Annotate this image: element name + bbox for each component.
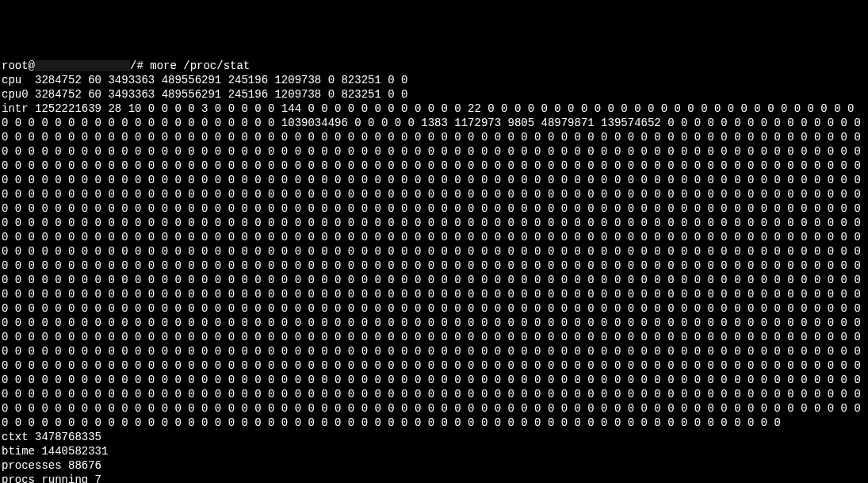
- output-intr-line: intr 1252221639 28 10 0 0 0 0 3 0 0 0 0 …: [2, 102, 867, 429]
- output-cpu-line: cpu 3284752 60 3493363 489556291 245196 …: [2, 74, 407, 86]
- output-ctxt-line: ctxt 3478768335: [2, 431, 101, 443]
- prompt-user: root@: [2, 59, 35, 72]
- output-processes-line: processes 88676: [2, 459, 101, 472]
- output-cpu0-line: cpu0 3284752 60 3493363 489556291 245196…: [2, 88, 407, 101]
- prompt-path: /#: [130, 59, 143, 72]
- terminal-window[interactable]: root@/# more /proc/stat cpu 3284752 60 3…: [2, 59, 866, 483]
- prompt-host-redacted: [35, 60, 130, 71]
- prompt-command: more /proc/stat: [150, 59, 250, 72]
- output-btime-line: btime 1440582331: [2, 445, 108, 458]
- output-procs-running-line: procs_running 7: [2, 473, 101, 483]
